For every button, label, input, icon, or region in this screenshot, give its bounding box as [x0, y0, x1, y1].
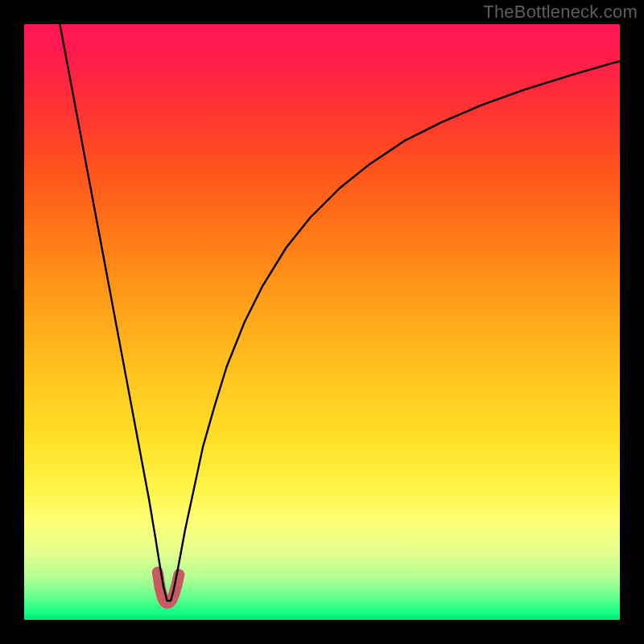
watermark-text: TheBottleneck.com — [483, 2, 638, 23]
primary-curve — [60, 24, 620, 601]
chart-curves — [24, 24, 620, 620]
chart-frame: TheBottleneck.com — [0, 0, 644, 644]
plot-area — [24, 24, 620, 620]
